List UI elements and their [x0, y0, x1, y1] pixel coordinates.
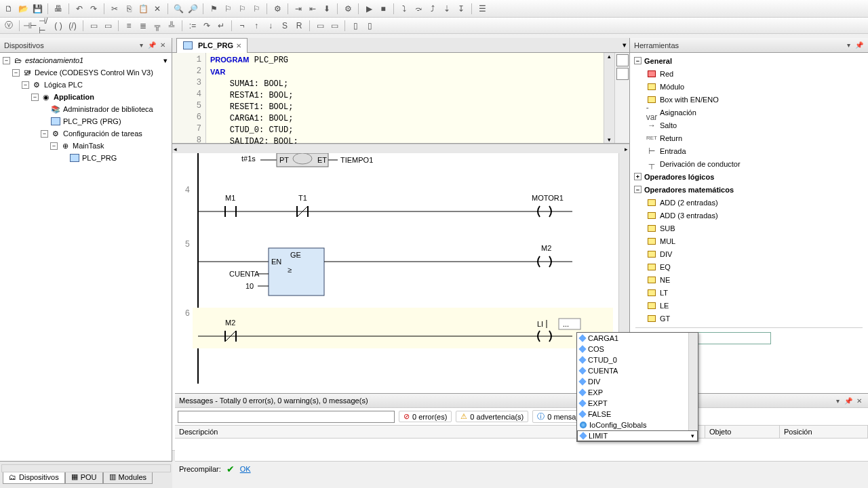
- expand-icon[interactable]: +: [634, 173, 642, 180]
- pou-label[interactable]: PLC_PRG (PRG): [63, 117, 121, 125]
- bookmark-clear-icon[interactable]: ⚐: [250, 3, 262, 15]
- tool-item-assign[interactable]: -varAsignación: [631, 106, 867, 119]
- declaration-editor[interactable]: 12345678 PROGRAM PLC_PRG VAR SUMA1: BOOL…: [172, 53, 629, 144]
- ac-scrollbar[interactable]: [688, 333, 698, 430]
- block-en-icon[interactable]: ▭: [102, 20, 114, 32]
- build-icon[interactable]: ⚙: [271, 3, 283, 15]
- breakpoints-icon[interactable]: ☰: [476, 3, 488, 15]
- block-icon[interactable]: ▭: [87, 20, 100, 32]
- contact-neg-icon[interactable]: ⊣/⊢: [38, 20, 50, 32]
- rung-icon[interactable]: ≡: [123, 20, 135, 32]
- tool-item-modulo[interactable]: Módulo: [631, 80, 867, 93]
- ac-item[interactable]: COS: [577, 344, 688, 354]
- ac-item[interactable]: CUENTA: [577, 365, 688, 376]
- device-tree[interactable]: − 🗁 estacionamiento1 ▾ −🖳Device (CODESYS…: [0, 53, 172, 461]
- cut-icon[interactable]: ✂: [108, 3, 121, 15]
- step-out-icon[interactable]: ⤴: [427, 3, 439, 15]
- tool-item-return[interactable]: RETReturn: [631, 131, 867, 144]
- tool-item-add2[interactable]: ADD (2 entradas): [631, 196, 867, 209]
- project-name[interactable]: estacionamiento1: [25, 56, 83, 64]
- panel-close-icon[interactable]: ✕: [158, 41, 167, 50]
- application-label[interactable]: Application: [54, 93, 94, 101]
- var-icon[interactable]: ⓥ: [3, 20, 15, 32]
- col-pos[interactable]: Posición: [780, 426, 868, 438]
- tab-plc-prg[interactable]: PLC_PRG ✕: [176, 38, 248, 53]
- ok-link[interactable]: OK: [240, 465, 251, 473]
- step-into-icon[interactable]: ⇣: [441, 3, 453, 15]
- reset-icon[interactable]: R: [293, 20, 305, 32]
- ac-item[interactable]: DIV: [577, 376, 688, 387]
- copy-icon[interactable]: ⎘: [123, 3, 135, 15]
- comment-below-icon[interactable]: ▭: [328, 20, 340, 32]
- ac-item[interactable]: IoConfig_Globals: [577, 420, 688, 430]
- tool-item-input[interactable]: ⊢Entrada: [631, 144, 867, 157]
- dropdown-icon[interactable]: ▾: [691, 432, 694, 439]
- rung-below-icon[interactable]: ≣: [137, 20, 149, 32]
- library-label[interactable]: Administrador de biblioteca: [63, 105, 153, 113]
- tool-category-logic[interactable]: +Operadores lógicos: [631, 170, 867, 183]
- collapse-icon[interactable]: −: [634, 186, 642, 193]
- errors-pill[interactable]: ⊘0 error(es): [399, 411, 452, 422]
- btab-devices[interactable]: 🗂Dispositivos: [3, 470, 65, 484]
- bookmark-next-icon[interactable]: ⚐: [222, 3, 234, 15]
- autocomplete-popup[interactable]: CARGA1 COS CTUD_0 CUENTA DIV EXP EXPT FA…: [576, 332, 698, 442]
- ac-selected-input[interactable]: LIMIT ▾: [577, 430, 698, 441]
- open-icon[interactable]: 📂: [17, 3, 29, 15]
- coil-neg-icon[interactable]: (/): [66, 20, 79, 32]
- contact-icon[interactable]: ⊣⊢: [24, 20, 36, 32]
- bookmark-toggle-icon[interactable]: ⚑: [208, 3, 220, 15]
- tool-item-gt[interactable]: GT: [631, 312, 867, 325]
- ac-item[interactable]: EXP: [577, 387, 688, 398]
- find-replace-icon[interactable]: 🔎: [186, 3, 199, 15]
- tool-item-jump[interactable]: →Salto: [631, 119, 867, 131]
- tree-expand-icon[interactable]: −: [41, 130, 48, 138]
- maintask-label[interactable]: MainTask: [73, 142, 104, 150]
- redo-icon[interactable]: ↷: [87, 3, 100, 15]
- code-text[interactable]: PROGRAM PLC_PRG VAR SUMA1: BOOL; RESTA1:…: [206, 53, 604, 143]
- tool-category-general[interactable]: −General: [631, 54, 867, 67]
- panel-pin-icon[interactable]: 📌: [844, 396, 853, 405]
- new-icon[interactable]: 🗋: [3, 3, 15, 15]
- device-label[interactable]: Device (CODESYS Control Win V3): [35, 68, 153, 77]
- panel-dropdown-icon[interactable]: ▾: [833, 396, 842, 405]
- collapse-icon[interactable]: −: [634, 57, 642, 64]
- code-hscroll[interactable]: ◂▸: [172, 144, 629, 153]
- step-icon[interactable]: ⤵: [398, 3, 410, 15]
- bookmark-prev-icon[interactable]: ⚐: [236, 3, 248, 15]
- col-obj[interactable]: Objeto: [705, 426, 780, 438]
- panel-pin-icon[interactable]: 📌: [147, 41, 157, 50]
- tool-item-branch[interactable]: ┬Derivación de conductor: [631, 157, 867, 170]
- tool-item-box-eneno[interactable]: Box with EN/ENO: [631, 93, 867, 106]
- run-icon[interactable]: ⚙: [342, 3, 354, 15]
- code-view-text-icon[interactable]: [616, 54, 629, 66]
- tool-item-mul[interactable]: MUL: [631, 235, 867, 247]
- download-icon[interactable]: ⬇: [321, 3, 333, 15]
- undo-icon[interactable]: ↶: [73, 3, 85, 15]
- save-icon[interactable]: 💾: [31, 3, 43, 15]
- tree-dropdown-icon[interactable]: ▾: [163, 56, 167, 65]
- stop-icon[interactable]: ■: [377, 3, 389, 15]
- tool-item-eq[interactable]: EQ: [631, 260, 867, 273]
- neg-icon[interactable]: ¬: [236, 20, 248, 32]
- hscroll-left[interactable]: [1, 464, 171, 472]
- paste-icon[interactable]: 📋: [137, 3, 149, 15]
- ac-item[interactable]: FALSE: [577, 409, 688, 420]
- tool-category-math[interactable]: −Operadores matemáticos: [631, 183, 867, 196]
- tree-expand-icon[interactable]: −: [22, 81, 29, 89]
- print-icon[interactable]: 🖶: [52, 3, 64, 15]
- start-icon[interactable]: ▶: [363, 3, 375, 15]
- edge-f-icon[interactable]: ↓: [264, 20, 277, 32]
- code-view-table-icon[interactable]: [616, 68, 629, 80]
- cursor-icon[interactable]: ↧: [455, 3, 467, 15]
- tree-expand-icon[interactable]: −: [12, 69, 20, 77]
- find-icon[interactable]: 🔍: [172, 3, 184, 15]
- task-pou-label[interactable]: PLC_PRG: [82, 154, 117, 162]
- ac-item[interactable]: CTUD_0: [577, 354, 688, 365]
- tool-item-le[interactable]: LE: [631, 299, 867, 312]
- login-icon[interactable]: ⇥: [292, 3, 304, 15]
- tool-item-ne[interactable]: NE: [631, 273, 867, 286]
- panel-dropdown-icon[interactable]: ▾: [844, 41, 853, 50]
- ac-item[interactable]: CARGA1: [577, 333, 688, 344]
- tabs-dropdown-icon[interactable]: ▾: [623, 41, 627, 49]
- edge-r-icon[interactable]: ↑: [250, 20, 262, 32]
